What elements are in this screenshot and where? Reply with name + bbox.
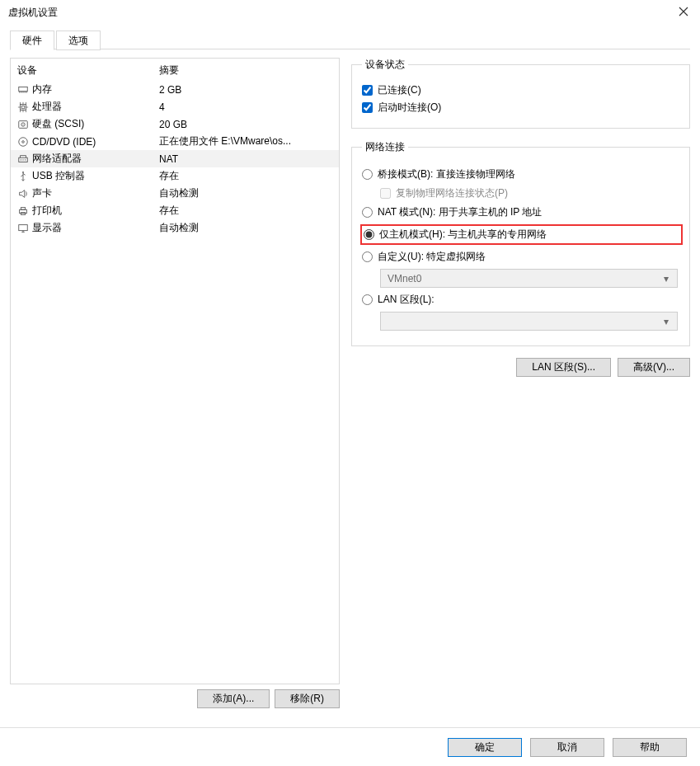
device-summary: 自动检测 — [159, 186, 332, 200]
connected-row[interactable]: 已连接(C) — [362, 83, 679, 97]
device-row[interactable]: USB 控制器存在 — [11, 167, 339, 185]
cpu-icon — [17, 101, 32, 113]
hostonly-radio[interactable] — [364, 229, 374, 240]
nat-label: NAT 模式(N): 用于共享主机的 IP 地址 — [378, 205, 542, 219]
device-summary: 存在 — [159, 169, 332, 183]
device-row[interactable]: 打印机存在 — [11, 202, 339, 219]
disk-icon — [17, 119, 32, 130]
title-bar: 虚拟机设置 — [0, 0, 700, 25]
close-icon — [679, 7, 688, 16]
device-summary: 20 GB — [159, 119, 332, 130]
display-icon — [17, 223, 32, 234]
dialog-button-bar: 确定 取消 帮助 — [0, 727, 700, 766]
device-col-summary: 摘要 — [159, 63, 179, 78]
hostonly-label: 仅主机模式(H): 与主机共享的专用网络 — [379, 228, 547, 242]
device-name: 硬盘 (SCSI) — [32, 117, 159, 131]
device-summary: NAT — [159, 153, 332, 165]
printer-icon — [17, 205, 32, 217]
device-name: 显示器 — [32, 221, 159, 235]
bridge-row[interactable]: 桥接模式(B): 直接连接物理网络 — [362, 167, 679, 181]
custom-combo: VMnet0 ▾ — [380, 269, 678, 288]
device-row[interactable]: 处理器4 — [11, 98, 339, 115]
custom-radio[interactable] — [362, 251, 373, 262]
chevron-down-icon: ▾ — [664, 273, 672, 284]
connected-checkbox[interactable] — [362, 85, 373, 96]
lanseg-radio[interactable] — [362, 294, 373, 305]
device-row[interactable]: CD/DVD (IDE)正在使用文件 E:\VMware\os... — [11, 133, 339, 150]
hostonly-row[interactable]: 仅主机模式(H): 与主机共享的专用网络 — [360, 224, 683, 245]
connect-on-power-label: 启动时连接(O) — [378, 101, 441, 115]
custom-label: 自定义(U): 特定虚拟网络 — [378, 250, 486, 264]
device-row[interactable]: 硬盘 (SCSI)20 GB — [11, 115, 339, 133]
device-name: CD/DVD (IDE) — [32, 136, 159, 148]
device-row[interactable]: 声卡自动检测 — [11, 185, 339, 202]
nat-radio[interactable] — [362, 207, 373, 218]
lanseg-row[interactable]: LAN 区段(L): — [362, 293, 679, 307]
device-row[interactable]: 内存2 GB — [11, 81, 339, 98]
help-button[interactable]: 帮助 — [613, 738, 687, 757]
tab-options[interactable]: 选项 — [56, 31, 101, 50]
remove-button[interactable]: 移除(R) — [275, 689, 340, 708]
bridge-copy-label: 复制物理网络连接状态(P) — [396, 186, 508, 200]
device-name: USB 控制器 — [32, 169, 159, 183]
tab-strip: 硬件 选项 — [10, 30, 690, 49]
device-summary: 4 — [159, 101, 332, 113]
device-list-header: 设备 摘要 — [11, 59, 339, 81]
net-icon — [17, 153, 32, 165]
custom-row[interactable]: 自定义(U): 特定虚拟网络 — [362, 250, 679, 264]
device-name: 网络适配器 — [32, 152, 159, 166]
bridge-copy-checkbox — [380, 188, 391, 199]
device-row[interactable]: 显示器自动检测 — [11, 219, 339, 237]
bridge-label: 桥接模式(B): 直接连接物理网络 — [378, 167, 515, 181]
lanseg-combo: ▾ — [380, 312, 678, 331]
connect-on-power-row[interactable]: 启动时连接(O) — [362, 101, 679, 115]
device-col-device: 设备 — [17, 63, 159, 78]
window-title: 虚拟机设置 — [8, 7, 58, 18]
connect-on-power-checkbox[interactable] — [362, 102, 373, 113]
cancel-button[interactable]: 取消 — [530, 738, 604, 757]
lanseg-label: LAN 区段(L): — [378, 293, 435, 307]
usb-icon — [17, 171, 32, 182]
tab-hardware[interactable]: 硬件 — [10, 31, 54, 50]
network-connection-group: 网络连接 桥接模式(B): 直接连接物理网络 复制物理网络连接状态(P) NAT… — [351, 140, 690, 346]
chevron-down-icon: ▾ — [664, 316, 672, 327]
device-summary: 正在使用文件 E:\VMware\os... — [159, 134, 332, 148]
lan-segments-button[interactable]: LAN 区段(S)... — [516, 358, 611, 377]
device-list: 设备 摘要 内存2 GB处理器4硬盘 (SCSI)20 GBCD/DVD (ID… — [10, 58, 340, 684]
nat-row[interactable]: NAT 模式(N): 用于共享主机的 IP 地址 — [362, 205, 679, 219]
device-row[interactable]: 网络适配器NAT — [11, 150, 339, 167]
add-button[interactable]: 添加(A)... — [197, 689, 270, 708]
device-summary: 2 GB — [159, 84, 332, 96]
close-button[interactable] — [675, 3, 692, 20]
ok-button[interactable]: 确定 — [448, 738, 522, 757]
custom-combo-value: VMnet0 — [388, 273, 421, 284]
device-name: 处理器 — [32, 100, 159, 114]
cd-icon — [17, 136, 32, 148]
network-connection-legend: 网络连接 — [362, 140, 408, 154]
device-status-group: 设备状态 已连接(C) 启动时连接(O) — [351, 58, 690, 129]
memory-icon — [17, 84, 32, 96]
bridge-radio[interactable] — [362, 169, 373, 180]
device-summary: 自动检测 — [159, 221, 332, 235]
connected-label: 已连接(C) — [378, 83, 421, 97]
bridge-copy-row: 复制物理网络连接状态(P) — [362, 186, 679, 200]
device-name: 内存 — [32, 82, 159, 96]
device-name: 声卡 — [32, 186, 159, 200]
sound-icon — [17, 188, 32, 200]
device-status-legend: 设备状态 — [362, 58, 408, 72]
device-summary: 存在 — [159, 204, 332, 218]
advanced-button[interactable]: 高级(V)... — [618, 358, 690, 377]
device-name: 打印机 — [32, 204, 159, 218]
